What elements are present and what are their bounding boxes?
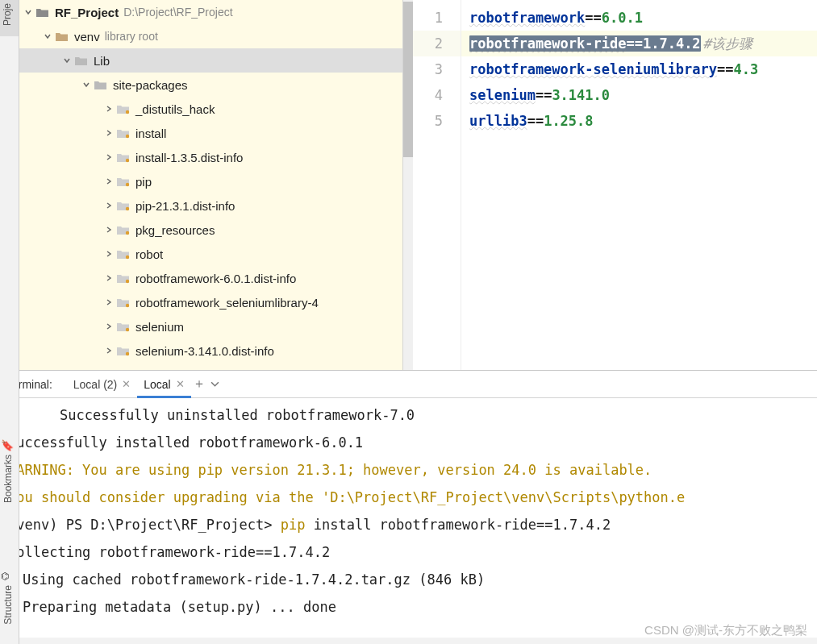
terminal-line: Successfully uninstalled robotframework-… bbox=[8, 401, 809, 429]
folder-icon bbox=[116, 321, 131, 332]
terminal-line: (venv) PS D:\Project\RF_Project> pip ins… bbox=[8, 511, 809, 538]
chevron-right-icon[interactable] bbox=[103, 345, 115, 356]
gutter-line-number: 4 bbox=[413, 82, 461, 108]
left-bottom-rail: 🔖 Bookmarks ⌬ Structure bbox=[0, 370, 19, 644]
svg-point-0 bbox=[126, 110, 129, 114]
terminal-line: WARNING: You are using pip version 21.3.… bbox=[8, 456, 809, 484]
svg-point-7 bbox=[126, 280, 129, 283]
tree-item[interactable]: selenium bbox=[19, 314, 402, 339]
editor-gutter: 12345 bbox=[413, 0, 461, 370]
tree-scrollbar-thumb[interactable] bbox=[403, 2, 413, 157]
terminal-line: You should consider upgrading via the 'D… bbox=[8, 484, 809, 511]
rail-bookmarks-tab[interactable]: 🔖 Bookmarks bbox=[1, 439, 15, 509]
tree-item[interactable]: robotframework_seleniumlibrary-4 bbox=[19, 290, 402, 314]
tree-site-packages[interactable]: site-packages bbox=[19, 73, 402, 97]
code-line[interactable]: robotframework-ride==1.7.4.2#该步骤 bbox=[461, 31, 817, 56]
svg-point-4 bbox=[126, 207, 129, 210]
tree-scrollbar[interactable] bbox=[403, 0, 413, 370]
folder-icon bbox=[116, 152, 131, 163]
chevron-down-icon[interactable] bbox=[23, 6, 34, 18]
code-line[interactable]: selenium==3.141.0 bbox=[461, 82, 817, 108]
rail-project-tab[interactable]: Proje bbox=[0, 0, 19, 36]
folder-icon bbox=[116, 345, 131, 356]
chevron-right-icon[interactable] bbox=[103, 248, 115, 260]
svg-point-3 bbox=[126, 183, 129, 186]
tree-item[interactable]: robotframework-6.0.1.dist-info bbox=[19, 266, 402, 290]
editor-code-area[interactable]: robotframework==6.0.1robotframework-ride… bbox=[461, 0, 817, 370]
rail-structure-tab[interactable]: ⌬ Structure bbox=[1, 570, 15, 630]
svg-point-2 bbox=[126, 159, 129, 162]
watermark: CSDN @测试-东方不败之鸭梨 bbox=[644, 623, 807, 638]
tree-venv[interactable]: venvlibrary root bbox=[19, 24, 402, 48]
chevron-right-icon[interactable] bbox=[103, 103, 115, 114]
chevron-right-icon[interactable] bbox=[103, 321, 115, 332]
terminal-line: Successfully installed robotframework-6.… bbox=[8, 429, 809, 456]
chevron-right-icon[interactable] bbox=[103, 297, 115, 308]
project-tree-pane[interactable]: RF_ProjectD:\Project\RF_Projectvenvlibra… bbox=[19, 0, 403, 370]
chevron-right-icon[interactable] bbox=[103, 152, 115, 163]
svg-point-10 bbox=[126, 352, 129, 355]
tree-item[interactable]: pkg_resources bbox=[19, 218, 402, 242]
folder-icon bbox=[35, 6, 50, 18]
svg-point-8 bbox=[126, 304, 129, 307]
tree-lib[interactable]: Lib bbox=[19, 48, 402, 73]
terminal-panel: Terminal: Local (2)✕Local✕ ＋ Successfull… bbox=[0, 370, 817, 638]
tree-item[interactable]: install-1.3.5.dist-info bbox=[19, 145, 402, 169]
chevron-right-icon[interactable] bbox=[103, 127, 115, 139]
close-icon[interactable]: ✕ bbox=[122, 378, 131, 390]
svg-point-9 bbox=[126, 328, 129, 331]
terminal-tab[interactable]: Local (2)✕ bbox=[67, 371, 137, 397]
gutter-line-number: 1 bbox=[413, 5, 461, 31]
tree-item[interactable]: _distutils_hack bbox=[19, 97, 402, 121]
folder-icon bbox=[116, 224, 131, 235]
svg-point-5 bbox=[126, 231, 129, 235]
terminal-body[interactable]: Successfully uninstalled robotframework-… bbox=[0, 398, 817, 644]
folder-icon bbox=[116, 272, 131, 284]
gutter-line-number: 2 bbox=[413, 31, 461, 56]
terminal-line: Preparing metadata (setup.py) ... done bbox=[8, 593, 809, 621]
chevron-down-icon[interactable] bbox=[81, 79, 92, 90]
tree-item[interactable]: pip bbox=[19, 169, 402, 193]
code-line[interactable]: robotframework==6.0.1 bbox=[461, 5, 817, 31]
folder-icon bbox=[116, 176, 131, 187]
left-tool-rail: Proje bbox=[0, 0, 19, 370]
terminal-line: Collecting robotframework-ride==1.7.4.2 bbox=[8, 538, 809, 566]
folder-icon bbox=[94, 79, 108, 90]
tree-item[interactable]: robot bbox=[19, 242, 402, 266]
terminal-dropdown-button[interactable] bbox=[207, 377, 223, 392]
chevron-right-icon[interactable] bbox=[103, 200, 115, 211]
terminal-tab[interactable]: Local✕ bbox=[137, 371, 190, 397]
folder-icon bbox=[74, 55, 89, 66]
folder-icon bbox=[116, 103, 131, 114]
code-line[interactable]: robotframework-seleniumlibrary==4.3 bbox=[461, 56, 817, 82]
gutter-line-number: 3 bbox=[413, 56, 461, 82]
folder-icon bbox=[116, 248, 131, 260]
terminal-new-tab-button[interactable]: ＋ bbox=[191, 376, 207, 393]
tree-item[interactable]: pip-21.3.1.dist-info bbox=[19, 193, 402, 218]
folder-icon bbox=[116, 297, 131, 308]
chevron-down-icon[interactable] bbox=[61, 55, 73, 66]
close-icon[interactable]: ✕ bbox=[176, 378, 185, 390]
chevron-right-icon[interactable] bbox=[103, 224, 115, 235]
editor-pane[interactable]: 12345 robotframework==6.0.1robotframewor… bbox=[413, 0, 817, 370]
code-line[interactable]: urllib3==1.25.8 bbox=[461, 108, 817, 134]
gutter-line-number: 5 bbox=[413, 108, 461, 134]
folder-icon bbox=[55, 31, 69, 42]
svg-point-1 bbox=[126, 135, 129, 138]
tree-root[interactable]: RF_ProjectD:\Project\RF_Project bbox=[19, 0, 402, 24]
chevron-down-icon[interactable] bbox=[42, 31, 53, 42]
terminal-line: Using cached robotframework-ride-1.7.4.2… bbox=[8, 566, 809, 593]
tree-item[interactable]: install bbox=[19, 121, 402, 145]
folder-icon bbox=[116, 200, 131, 211]
chevron-right-icon[interactable] bbox=[103, 272, 115, 284]
terminal-header: Terminal: Local (2)✕Local✕ ＋ bbox=[0, 371, 817, 398]
folder-icon bbox=[116, 127, 131, 139]
tree-item[interactable]: selenium-3.141.0.dist-info bbox=[19, 339, 402, 363]
chevron-right-icon[interactable] bbox=[103, 176, 115, 187]
svg-point-6 bbox=[126, 256, 129, 259]
